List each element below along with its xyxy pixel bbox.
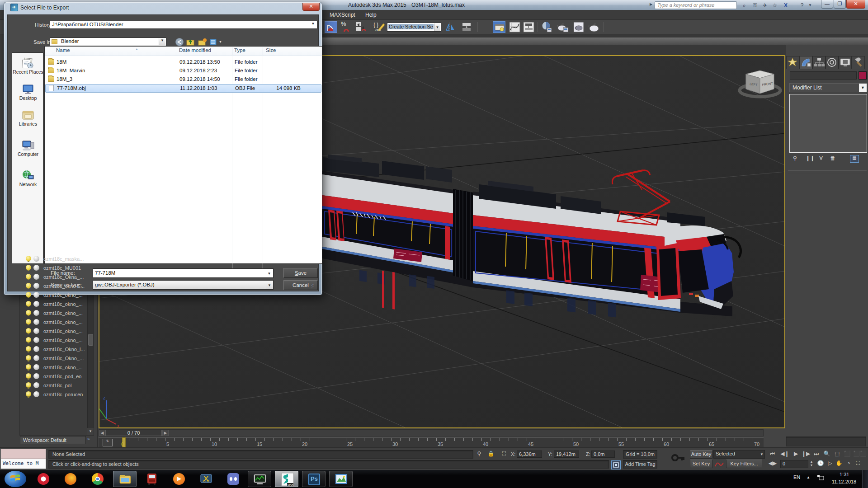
save-button[interactable]: SSaveave <box>283 268 318 278</box>
pin-stack-icon[interactable]: ⚲ <box>793 155 797 161</box>
place-recent[interactable]: Recent Places <box>12 56 44 75</box>
scene-list-item[interactable]: ozmt18c_Okno_l... <box>20 345 87 354</box>
frame-field[interactable]: 0 <box>780 460 808 468</box>
scene-list-item[interactable]: ozmt18c_okno_... <box>20 336 87 345</box>
taskbar-3dsmax[interactable]: MAX <box>275 471 298 487</box>
visibility-bulb-icon[interactable] <box>26 256 31 261</box>
start-button[interactable] <box>5 471 26 487</box>
place-network[interactable]: Network <box>12 169 44 187</box>
time-slider-handle[interactable]: 0 / 70 <box>105 430 162 436</box>
tray-language[interactable]: EN <box>793 474 800 480</box>
visibility-bulb-icon[interactable] <box>26 391 31 397</box>
default-tangent-icon[interactable] <box>714 460 724 469</box>
selection-lock-bulb-icon[interactable]: ⚲ <box>476 450 483 457</box>
maxscript-listener-white[interactable]: Welcome to M <box>0 459 46 469</box>
visibility-bulb-icon[interactable] <box>26 355 31 361</box>
workspace-selector[interactable]: Workspace: Default <box>20 436 86 444</box>
modifier-list-combo[interactable]: Modifier List <box>789 83 867 92</box>
taskbar-image-viewer[interactable] <box>329 471 353 487</box>
selected-filter-combo[interactable]: Selected▼ <box>713 450 765 459</box>
favorites-star-icon[interactable]: ☆ <box>770 2 779 9</box>
tray-date[interactable]: 11.12.2018 <box>832 479 856 484</box>
edit-named-selection-icon[interactable]: { } ABC <box>373 21 385 33</box>
absolute-mode-icon[interactable]: ⛶ <box>500 450 508 457</box>
scene-list-item[interactable]: ozmt18c_okno_... <box>20 363 87 372</box>
x-field[interactable]: 6,336m <box>517 450 542 458</box>
object-color-swatch[interactable] <box>859 71 867 80</box>
file-row-selected[interactable]: 77-718M.obj 11.12.2018 1:03 OBJ File 14 … <box>45 84 321 93</box>
help-icon[interactable]: ? <box>797 2 807 9</box>
tab-hierarchy[interactable] <box>812 56 826 69</box>
minimize-button[interactable]: — <box>821 0 833 9</box>
taskbar-snipping-tool[interactable] <box>194 471 218 487</box>
select-object-icon[interactable]: ▷ <box>826 460 834 466</box>
visibility-bulb-icon[interactable] <box>26 382 31 388</box>
scene-list-item[interactable]: ozmt18c_Okno_... <box>20 354 87 363</box>
scene-list-item[interactable]: ozmt18c_Okna_... <box>20 272 87 282</box>
remove-modifier-icon[interactable]: 🗑 <box>830 155 835 161</box>
tray-hidden-icons[interactable]: ▲ <box>807 475 810 479</box>
taskbar-opera[interactable] <box>32 471 55 487</box>
make-unique-icon[interactable]: ∀ <box>819 155 823 161</box>
scene-list-item[interactable]: ozmt18c_okno_... <box>20 309 87 318</box>
visibility-bulb-icon[interactable] <box>26 319 31 324</box>
curve-editor-icon[interactable] <box>509 21 521 33</box>
render-production-icon[interactable] <box>588 21 600 33</box>
scene-list-item[interactable]: ozmt18c_MU001 <box>20 263 87 272</box>
percent-snap-icon[interactable]: % <box>340 21 351 33</box>
angle-snap-icon[interactable] <box>325 21 337 33</box>
zoom-extents-all-icon[interactable]: ⬛⬛ <box>853 450 863 457</box>
modifier-stack[interactable] <box>789 94 867 153</box>
scene-list-item[interactable]: ozmt18c_okno_... <box>20 318 87 327</box>
communication-icon[interactable]: ✈ <box>760 2 769 9</box>
visibility-bulb-icon[interactable] <box>26 346 31 352</box>
show-desktop-button[interactable] <box>862 470 868 488</box>
set-key-button[interactable]: Set Key <box>690 460 712 468</box>
zoom-value-icon[interactable]: 🔍 <box>823 450 831 457</box>
material-editor-icon[interactable] <box>541 21 553 33</box>
visibility-bulb-icon[interactable] <box>26 274 31 279</box>
menu-help[interactable]: Help <box>365 12 377 18</box>
lock-icon[interactable]: 🔒 <box>487 450 495 457</box>
isolate-selection-icon[interactable] <box>611 460 621 469</box>
save-in-combo[interactable]: Blender▼ <box>50 38 166 46</box>
menu-maxscript[interactable]: MAXScript <box>330 12 355 18</box>
file-name-combo[interactable]: 77-718M▼ <box>93 268 274 278</box>
tray-time[interactable]: 1:31 <box>840 472 849 477</box>
tab-create[interactable] <box>786 56 799 69</box>
render-setup-icon[interactable] <box>557 21 570 33</box>
modifier-list-arrow-icon[interactable]: ▼ <box>859 84 867 92</box>
visibility-bulb-icon[interactable] <box>26 337 31 343</box>
show-end-result-icon[interactable]: ❙❙ <box>806 155 815 161</box>
taskbar-media-player[interactable]: ▶ <box>167 471 191 487</box>
track-bar[interactable]: ⇅ 5 10 15 20 25 30 35 40 45 50 55 60 65 … <box>99 437 764 447</box>
visibility-bulb-icon[interactable] <box>26 328 31 333</box>
auto-key-button[interactable]: Auto Key <box>690 450 712 459</box>
workspace-chevron-icon[interactable]: » <box>87 436 90 441</box>
file-row[interactable]: 18M_Marvin 09.12.2018 2:23 File folder <box>45 67 321 75</box>
search-expand-icon[interactable]: ▶ <box>650 2 652 6</box>
scene-list-item[interactable]: ozmt18c_maska... <box>20 254 87 263</box>
scene-list-item[interactable]: ozmt18c_porucen <box>20 390 87 399</box>
search-input[interactable]: Type a keyword or phrase <box>655 1 737 9</box>
dialog-close-button[interactable]: ✕ <box>302 3 320 11</box>
visibility-bulb-icon[interactable] <box>26 292 31 297</box>
spinner-snap-icon[interactable] <box>355 21 367 33</box>
schematic-view-icon[interactable] <box>523 21 535 33</box>
rendered-frame-icon[interactable] <box>572 21 585 33</box>
taskbar-chrome[interactable] <box>86 471 109 487</box>
search-icon[interactable]: ⌕ <box>740 2 749 9</box>
zoom-extents-icon[interactable]: ⬛ <box>843 450 852 457</box>
key-mode-icon[interactable]: ◀▶ <box>768 460 778 466</box>
help-dropdown-icon[interactable]: ▼ <box>806 2 815 9</box>
configure-modifier-sets-icon[interactable]: ▦ <box>850 155 859 163</box>
maximize-button[interactable]: ❐ <box>834 0 846 9</box>
visibility-bulb-icon[interactable] <box>26 373 31 379</box>
back-button[interactable] <box>175 38 185 47</box>
add-time-tag[interactable]: Add Time Tag <box>623 460 657 469</box>
prev-frame-icon[interactable]: ◀❙ <box>780 450 789 457</box>
taskbar-train-app[interactable] <box>140 471 164 487</box>
taskbar-system-monitor[interactable] <box>248 471 271 487</box>
align-icon[interactable] <box>461 21 473 33</box>
tab-motion[interactable] <box>826 56 839 69</box>
